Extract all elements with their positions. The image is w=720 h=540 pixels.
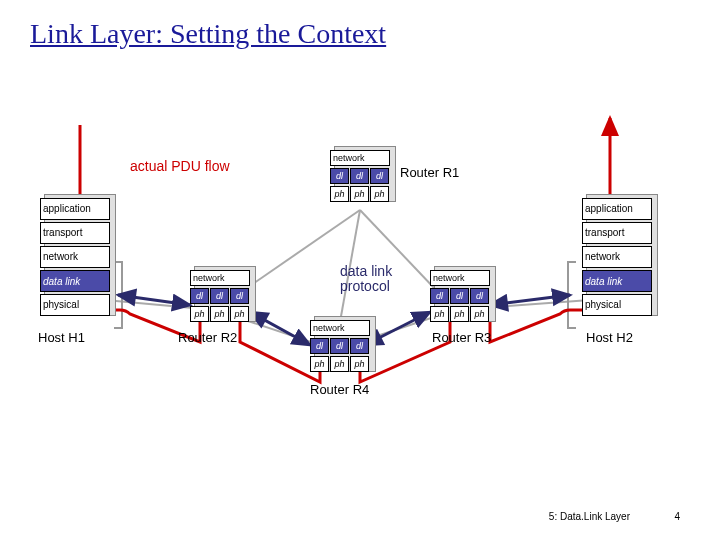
svg-line-8 bbox=[250, 312, 310, 345]
h2-network: network bbox=[582, 246, 652, 268]
h1-datalink: data link bbox=[40, 270, 110, 292]
h2-application: application bbox=[582, 198, 652, 220]
r2-network: network bbox=[190, 270, 250, 286]
label-dl-protocol-text: data link protocol bbox=[340, 264, 400, 295]
h1-network: network bbox=[40, 246, 110, 268]
svg-line-7 bbox=[118, 295, 190, 305]
r4-dl2: dl bbox=[330, 338, 349, 354]
r2-dl2: dl bbox=[210, 288, 229, 304]
h2-datalink: data link bbox=[582, 270, 652, 292]
label-host-h2: Host H2 bbox=[586, 330, 633, 345]
r3-ph2: ph bbox=[450, 306, 469, 322]
h1-transport: transport bbox=[40, 222, 110, 244]
r3-network: network bbox=[430, 270, 490, 286]
r2-ph1: ph bbox=[190, 306, 209, 322]
r3-dl3: dl bbox=[470, 288, 489, 304]
r1-ph3: ph bbox=[370, 186, 389, 202]
r4-dl1: dl bbox=[310, 338, 329, 354]
r4-network: network bbox=[310, 320, 370, 336]
footer-page-number: 4 bbox=[674, 511, 680, 522]
svg-line-10 bbox=[490, 295, 570, 305]
r1-dl2: dl bbox=[350, 168, 369, 184]
r1-ph2: ph bbox=[350, 186, 369, 202]
label-router-r3: Router R3 bbox=[432, 330, 491, 345]
r1-ph1: ph bbox=[330, 186, 349, 202]
r1-network: network bbox=[330, 150, 390, 166]
r2-ph2: ph bbox=[210, 306, 229, 322]
h1-physical: physical bbox=[40, 294, 110, 316]
r4-ph1: ph bbox=[310, 356, 329, 372]
r2-ph3: ph bbox=[230, 306, 249, 322]
label-host-h1: Host H1 bbox=[38, 330, 85, 345]
label-pdu-flow: actual PDU flow bbox=[130, 158, 230, 174]
label-router-r2: Router R2 bbox=[178, 330, 237, 345]
h2-transport: transport bbox=[582, 222, 652, 244]
label-router-r4: Router R4 bbox=[310, 382, 369, 397]
r2-dl3: dl bbox=[230, 288, 249, 304]
h2-physical: physical bbox=[582, 294, 652, 316]
h1-application: application bbox=[40, 198, 110, 220]
r3-dl2: dl bbox=[450, 288, 469, 304]
label-router-r1: Router R1 bbox=[400, 165, 459, 180]
r2-dl1: dl bbox=[190, 288, 209, 304]
r4-ph3: ph bbox=[350, 356, 369, 372]
r3-ph3: ph bbox=[470, 306, 489, 322]
network-diagram: application transport network data link … bbox=[0, 0, 720, 540]
r4-dl3: dl bbox=[350, 338, 369, 354]
footer-chapter: 5: Data.Link Layer bbox=[549, 511, 630, 522]
r1-dl1: dl bbox=[330, 168, 349, 184]
r3-dl1: dl bbox=[430, 288, 449, 304]
r3-ph1: ph bbox=[430, 306, 449, 322]
r1-dl3: dl bbox=[370, 168, 389, 184]
r4-ph2: ph bbox=[330, 356, 349, 372]
label-dl-protocol: data link protocol bbox=[340, 264, 400, 295]
